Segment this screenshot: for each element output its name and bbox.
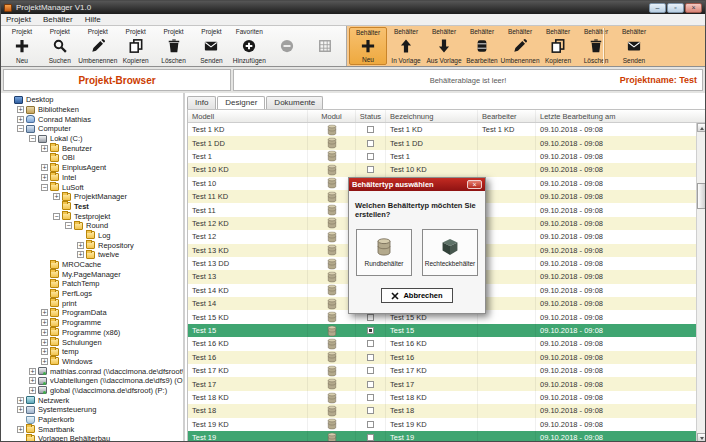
expand-icon[interactable]: + bbox=[29, 387, 36, 394]
tree-item-mathias-conrad-daccimona-de-dfsroot-userhome-m[interactable]: +mathias.conrad (\\daccimona.de\dfsroot\… bbox=[3, 366, 183, 376]
rundbehälter-button[interactable]: Rundbehälter bbox=[356, 229, 412, 276]
collapse-icon[interactable]: − bbox=[17, 125, 24, 132]
tree-item-vorlagen-behälterbau[interactable]: Vorlagen Behälterbau bbox=[3, 434, 183, 442]
status-checkbox[interactable] bbox=[367, 314, 374, 321]
behaelter-neu-button[interactable]: BehälterNeu bbox=[349, 27, 387, 65]
tree-item-einplusagent[interactable]: +EinplusAgent bbox=[3, 163, 183, 173]
behaelter-in-vorlage-button[interactable]: BehälterIn Vorlage bbox=[387, 27, 425, 65]
tree-item-patchtemp[interactable]: PatchTemp bbox=[3, 279, 183, 289]
behaelter-löschen-button[interactable]: BehälterLöschen bbox=[577, 27, 615, 65]
status-checkbox[interactable] bbox=[367, 153, 374, 160]
tree-item-benutzer[interactable]: +Benutzer bbox=[3, 143, 183, 153]
table-row-test-17[interactable]: Test 17Test 1709.10.2018 - 09:08 bbox=[188, 377, 696, 390]
column-header-status[interactable]: Status bbox=[356, 110, 386, 122]
tree-item-systemsteuerung[interactable]: +Systemsteuerung bbox=[3, 405, 183, 415]
column-header-bezeichnung[interactable]: Bezeichnung bbox=[386, 110, 478, 122]
behaelter-senden-button[interactable]: BehälterSenden bbox=[615, 27, 653, 65]
projekt-hinzufügen-button[interactable]: FavoritenHinzufügen bbox=[230, 27, 268, 65]
behaelter-bearbeiten-button[interactable]: BehälterBearbeiten bbox=[463, 27, 501, 65]
column-header-bearbeiter[interactable]: Bearbeiter bbox=[478, 110, 536, 122]
projekt-löschen-button[interactable]: ProjektLöschen bbox=[155, 27, 193, 65]
dialog-close-icon[interactable] bbox=[467, 180, 482, 189]
expand-icon[interactable]: + bbox=[41, 329, 48, 336]
expand-icon[interactable]: + bbox=[77, 242, 84, 249]
expand-icon[interactable]: + bbox=[17, 397, 24, 404]
tree-item-bibliotheken[interactable]: +Bibliotheken bbox=[3, 105, 183, 115]
tree-item-perflogs[interactable]: PerfLogs bbox=[3, 289, 183, 299]
tree-item-vuabteilungen-daccimona-de-dfs9-o[interactable]: +vUabteilungen (\\daccimona.de\dfs9) (O:… bbox=[3, 376, 183, 386]
menu-hilfe[interactable]: Hilfe bbox=[85, 15, 101, 24]
tree-item-round[interactable]: −Round bbox=[3, 221, 183, 231]
collapse-icon[interactable]: − bbox=[29, 135, 36, 142]
scroll-down-icon[interactable] bbox=[697, 433, 705, 442]
expand-icon[interactable]: + bbox=[17, 116, 24, 123]
scroll-up-icon[interactable] bbox=[697, 123, 705, 132]
tree-item-windows[interactable]: +Windows bbox=[3, 357, 183, 367]
tree-item-smartbank[interactable]: +Smartbank bbox=[3, 424, 183, 434]
expand-icon[interactable]: + bbox=[41, 319, 48, 326]
close-icon[interactable] bbox=[685, 3, 702, 13]
tree-item-mrocache[interactable]: MROCache bbox=[3, 260, 183, 270]
tree-item-computer[interactable]: −Computer bbox=[3, 124, 183, 134]
collapse-icon[interactable]: − bbox=[41, 184, 48, 191]
collapse-icon[interactable]: − bbox=[65, 222, 72, 229]
table-row-test-17-kd[interactable]: Test 17 KDTest 17 KD09.10.2018 - 09:08 bbox=[188, 364, 696, 377]
table-row-test-19-kd[interactable]: Test 19 KDTest 19 KD09.10.2018 - 09:08 bbox=[188, 418, 696, 431]
table-row-test-15[interactable]: Test 15Test 1509.10.2018 - 09:08 bbox=[188, 324, 696, 337]
expand-icon[interactable]: + bbox=[41, 348, 48, 355]
tree-item-testprojekt[interactable]: −Testprojekt bbox=[3, 211, 183, 221]
expand-icon[interactable]: + bbox=[41, 174, 48, 181]
table-row-test-16-kd[interactable]: Test 16 KDTest 16 KD09.10.2018 - 09:08 bbox=[188, 337, 696, 350]
table-row-test-1-kd[interactable]: Test 1 KDTest 1 KDTest 1 KD09.10.2018 - … bbox=[188, 123, 696, 136]
status-checkbox[interactable] bbox=[367, 394, 374, 401]
column-header-modell[interactable]: Modell bbox=[188, 110, 308, 122]
status-checkbox[interactable] bbox=[367, 166, 374, 173]
table-row-test-10-kd[interactable]: Test 10 KDTest 10 KD09.10.2018 - 09:08 bbox=[188, 163, 696, 176]
tree-item-my-pagemanager[interactable]: My.PageManager bbox=[3, 269, 183, 279]
status-checkbox[interactable] bbox=[367, 434, 374, 441]
tree-item-programme[interactable]: +Programme bbox=[3, 318, 183, 328]
vertical-scrollbar[interactable] bbox=[696, 123, 705, 442]
status-checkbox[interactable] bbox=[367, 381, 374, 388]
projekt-umbenennen-button[interactable]: ProjektUmbenennen bbox=[79, 27, 117, 65]
collapse-icon[interactable]: − bbox=[53, 213, 60, 220]
tab-info[interactable]: Info bbox=[187, 96, 216, 109]
expand-icon[interactable]: + bbox=[53, 193, 60, 200]
status-checkbox[interactable] bbox=[367, 126, 374, 133]
menu-behaelter[interactable]: Behälter bbox=[43, 15, 73, 24]
table-row-test-18-kd[interactable]: Test 18 KDTest 18 KD09.10.2018 - 09:08 bbox=[188, 391, 696, 404]
tree-item-projektmanager[interactable]: +ProjektManager bbox=[3, 192, 183, 202]
expand-icon[interactable]: + bbox=[41, 145, 48, 152]
expand-icon[interactable]: + bbox=[17, 406, 24, 413]
tree-item-netzwerk[interactable]: +Netzwerk bbox=[3, 395, 183, 405]
behaelter-aus-vorlage-button[interactable]: BehälterAus Vorlage bbox=[425, 27, 463, 65]
minimize-icon[interactable] bbox=[649, 3, 666, 13]
tree-item-test[interactable]: Test bbox=[3, 202, 183, 212]
status-checkbox[interactable] bbox=[367, 354, 374, 361]
tree-item-global-daccimona-de-dfsroot-p[interactable]: +global (\\daccimona.de\dfsroot) (P:) bbox=[3, 386, 183, 396]
expand-icon[interactable]: + bbox=[41, 164, 48, 171]
tree-item-programme-x86[interactable]: +Programme (x86) bbox=[3, 328, 183, 338]
table-row-test-19[interactable]: Test 19Test 1909.10.2018 - 09:08 bbox=[188, 431, 696, 442]
status-checkbox[interactable] bbox=[367, 421, 374, 428]
status-checkbox[interactable] bbox=[367, 367, 374, 374]
tree-item-desktop[interactable]: Desktop bbox=[3, 95, 183, 105]
behaelter-umbenennen-button[interactable]: BehälterUmbenennen bbox=[501, 27, 539, 65]
expand-icon[interactable]: + bbox=[41, 358, 48, 365]
tree-item-programdata[interactable]: +ProgramData bbox=[3, 308, 183, 318]
table-row-test-1-dd[interactable]: Test 1 DDTest 1 DD09.10.2018 - 09:08 bbox=[188, 136, 696, 149]
tree-item-papierkorb[interactable]: Papierkorb bbox=[3, 415, 183, 425]
maximize-icon[interactable] bbox=[667, 3, 684, 13]
expand-icon[interactable]: + bbox=[29, 377, 36, 384]
expand-icon[interactable]: + bbox=[41, 339, 48, 346]
table-row-test-1[interactable]: Test 1Test 109.10.2018 - 09:08 bbox=[188, 150, 696, 163]
tree-item-twelve[interactable]: +twelve bbox=[3, 250, 183, 260]
tree-item-conrad-mathias[interactable]: +Conrad Mathias bbox=[3, 114, 183, 124]
tree-item-repository[interactable]: +Repository bbox=[3, 240, 183, 250]
tree-item-intel[interactable]: +Intel bbox=[3, 173, 183, 183]
behaelter-kopieren-button[interactable]: BehälterKopieren bbox=[539, 27, 577, 65]
tree-item-print[interactable]: print bbox=[3, 298, 183, 308]
tree-item-lusoft[interactable]: −LuSoft bbox=[3, 182, 183, 192]
menu-projekt[interactable]: Projekt bbox=[6, 15, 31, 24]
rechteckbehälter-button[interactable]: Rechteckbehälter bbox=[422, 229, 478, 276]
